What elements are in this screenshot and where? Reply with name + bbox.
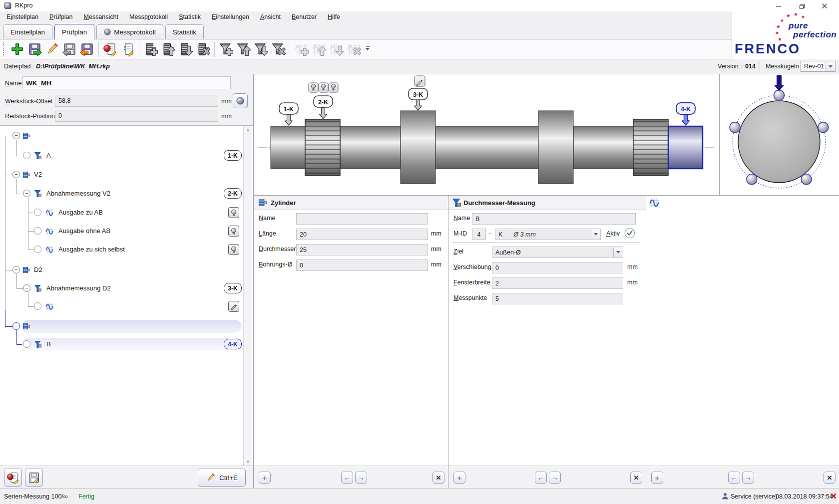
menu-statistik[interactable]: Statistik: [173, 11, 206, 23]
shaft-segment[interactable]: [271, 126, 305, 169]
gear-segment[interactable]: [633, 119, 668, 176]
toolbar-cylinder-up-button[interactable]: [159, 40, 177, 58]
tree-item-v2[interactable]: V2: [34, 171, 42, 178]
tree-radio[interactable]: [34, 227, 41, 235]
probe-select[interactable]: KØ 3 mm: [495, 229, 601, 240]
probe-ball-button[interactable]: [228, 226, 239, 237]
toolbar-output-add-button[interactable]: [293, 40, 310, 58]
toolbar-output-down-button[interactable]: [328, 40, 345, 58]
tree-radio[interactable]: [23, 152, 30, 159]
tree-item-ausgabe-zu-sich-selbst[interactable]: Ausgabe zu sich selbst: [58, 246, 125, 253]
werkstück-offset-input[interactable]: 58,8: [55, 95, 218, 107]
tree-toggle[interactable]: −: [23, 284, 30, 292]
prev-button[interactable]: ←: [535, 472, 547, 484]
messpunkte-input[interactable]: 5: [492, 293, 623, 304]
messung-name-input[interactable]: B: [472, 213, 636, 225]
minimize-button[interactable]: [769, 0, 788, 11]
shaft-segment[interactable]: [573, 126, 633, 169]
cylinder-segment[interactable]: [538, 111, 573, 184]
tree-radio[interactable]: [23, 340, 30, 348]
aktiv-checkbox[interactable]: [624, 228, 635, 240]
menu-messansicht[interactable]: Messansicht: [78, 11, 124, 23]
tree-item-a[interactable]: A: [46, 152, 51, 159]
tab-statistik[interactable]: Statistik: [165, 24, 204, 39]
delete-button[interactable]: ✕: [824, 472, 836, 484]
name-input[interactable]: WK_MH: [22, 76, 231, 89]
toolbar-save-button[interactable]: [26, 40, 43, 58]
tree-item-ausgabe-ohne-ab[interactable]: Ausgabe ohne AB: [58, 227, 110, 235]
fensterbreite-input[interactable]: 2: [492, 277, 623, 289]
menu-prüfplan[interactable]: Prüfplan: [44, 11, 78, 23]
toolbar-handle[interactable]: [3, 42, 5, 56]
close-button[interactable]: [815, 0, 834, 11]
probe-ball-button[interactable]: [228, 244, 239, 255]
toolbar-edit-button[interactable]: [43, 40, 61, 58]
bohrungs-input[interactable]: 0: [296, 259, 428, 271]
add-button[interactable]: +: [453, 472, 465, 484]
toolbar-revert-button[interactable]: [61, 40, 78, 58]
toolbar-output-delete-button[interactable]: [345, 40, 363, 58]
tree-item-abnahmemessung-v2[interactable]: Abnahmemessung V2: [46, 190, 110, 197]
toolbar-cylinder-add-button[interactable]: [142, 40, 159, 58]
toolbar-output-up-button[interactable]: [310, 40, 328, 58]
menu-ansicht[interactable]: Ansicht: [255, 11, 286, 23]
toolbar-measurement-delete-button[interactable]: [270, 40, 287, 58]
save-record-button[interactable]: [25, 469, 43, 487]
next-button[interactable]: →: [742, 472, 754, 484]
tree-radio[interactable]: [34, 209, 41, 216]
delete-button[interactable]: ✕: [432, 472, 444, 484]
menu-einstellplan[interactable]: Einstellplan: [1, 11, 44, 23]
next-button[interactable]: →: [549, 472, 561, 484]
toolbar-report-button[interactable]: [101, 40, 119, 58]
prev-button[interactable]: ←: [341, 472, 353, 484]
toolbar-new-button[interactable]: [8, 40, 26, 58]
toolbar-cylinder-delete-button[interactable]: [194, 40, 212, 58]
toolbar-cylinder-down-button[interactable]: [177, 40, 194, 58]
probe-ball-button[interactable]: [319, 83, 328, 92]
tree-scrollbar[interactable]: ∧ ∨: [243, 126, 252, 466]
toolbar-measurement-up-button[interactable]: [235, 40, 252, 58]
tab-messprotokoll[interactable]: Messprotokoll: [96, 24, 163, 39]
messkugeln-select[interactable]: Rev-01: [801, 61, 836, 72]
reitstock-position-input[interactable]: 0: [55, 110, 218, 122]
toolbar-overflow-button[interactable]: [366, 46, 370, 52]
toolbar-measurement-add-button[interactable]: [217, 40, 235, 58]
probe-ball-button[interactable]: [329, 83, 338, 92]
tree-item-b[interactable]: B: [46, 340, 51, 348]
selected-cylinder-segment[interactable]: [668, 126, 703, 169]
länge-input[interactable]: 20: [296, 229, 428, 240]
tree-item-abnahmemessung-d2[interactable]: Abnahmemessung D2: [46, 284, 111, 292]
shaft-segment[interactable]: [340, 126, 401, 169]
ziel-select[interactable]: Außen-Ø: [492, 247, 623, 258]
tree-toggle[interactable]: −: [12, 132, 20, 139]
toolbar-protocol-edit-button[interactable]: [119, 40, 136, 58]
toolbar-restore-button[interactable]: [78, 40, 96, 58]
tree-toggle[interactable]: −: [12, 171, 20, 178]
toolbar-measurement-down-button[interactable]: [252, 40, 270, 58]
prev-button[interactable]: ←: [728, 472, 740, 484]
cylinder-segment[interactable]: [401, 111, 435, 184]
add-button[interactable]: +: [651, 472, 663, 484]
shaft-segment[interactable]: [435, 126, 538, 169]
tree-radio[interactable]: [34, 302, 41, 310]
tree-item-d2[interactable]: D2: [34, 266, 42, 273]
tree-radio[interactable]: [34, 246, 41, 253]
edit-shortcut-button[interactable]: Ctrl+E: [198, 469, 246, 487]
tree-toggle[interactable]: −: [12, 322, 20, 330]
next-button[interactable]: →: [355, 472, 367, 484]
tree-toggle[interactable]: −: [12, 266, 20, 273]
report-button[interactable]: [4, 469, 22, 487]
durchmesser-input[interactable]: 25: [296, 244, 428, 255]
sphere-button[interactable]: [233, 93, 248, 108]
add-button[interactable]: +: [259, 472, 271, 484]
probe-ball-button[interactable]: [309, 83, 318, 92]
tree-toggle[interactable]: −: [23, 190, 30, 197]
gear-segment[interactable]: [305, 119, 340, 176]
error-indicator[interactable]: [830, 493, 837, 501]
edit-output-button[interactable]: [228, 301, 239, 312]
probe-ball-button[interactable]: [228, 207, 239, 218]
restore-button[interactable]: [792, 0, 811, 11]
menu-hilfe[interactable]: Hilfe: [322, 11, 346, 23]
scroll-down-icon[interactable]: ∨: [244, 457, 252, 465]
mid-input[interactable]: 4: [472, 229, 486, 240]
